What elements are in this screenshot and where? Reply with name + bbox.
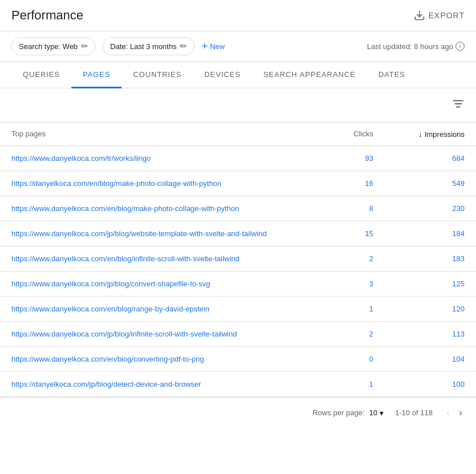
- rows-per-page: Rows per page: 10 ▾: [313, 408, 384, 418]
- table-row: https://danyelkoca.com/en/blog/make-phot…: [0, 171, 476, 196]
- pagination: Rows per page: 10 ▾ 1-10 of 118 ‹ ›: [0, 397, 476, 428]
- tab-queries[interactable]: QUERIES: [11, 62, 71, 88]
- table-row: https://www.danyelkoca.com/jp/blog/infin…: [0, 322, 476, 347]
- row-impressions: 184: [373, 229, 465, 238]
- col-header-clicks: Clicks: [305, 129, 373, 139]
- table-body: https://www.danyelkoca.com/tr/works/ling…: [0, 146, 476, 397]
- last-updated-text: Last updated: 8 hours ago: [367, 42, 453, 51]
- row-clicks: 8: [305, 204, 373, 213]
- rows-per-page-value: 10: [369, 408, 377, 417]
- table-row: https://www.danyelkoca.com/en/blog/conve…: [0, 347, 476, 372]
- row-impressions: 684: [373, 154, 465, 163]
- sort-down-icon: ↓: [418, 129, 422, 139]
- last-updated: Last updated: 8 hours ago i: [367, 42, 465, 51]
- export-button[interactable]: EXPORT: [414, 10, 465, 21]
- search-type-chip[interactable]: Search type: Web ✏: [11, 37, 96, 55]
- row-impressions: 100: [373, 380, 465, 388]
- row-clicks: 0: [305, 355, 373, 363]
- table-row: https://danyelkoca.com/jp/blog/detect-de…: [0, 372, 476, 397]
- rows-per-page-select[interactable]: 10 ▾: [369, 408, 384, 418]
- next-page-button[interactable]: ›: [457, 404, 465, 421]
- header: Performance EXPORT: [0, 0, 476, 31]
- page-nav: ‹ ›: [444, 404, 465, 421]
- export-label: EXPORT: [429, 11, 465, 20]
- row-clicks: 93: [305, 154, 373, 163]
- row-impressions: 104: [373, 355, 465, 363]
- row-url[interactable]: https://www.danyelkoca.com/jp/blog/websi…: [11, 229, 305, 238]
- page-title: Performance: [11, 8, 83, 23]
- table-row: https://www.danyelkoca.com/tr/works/ling…: [0, 146, 476, 171]
- filter-icon-button[interactable]: [452, 98, 465, 113]
- row-impressions: 183: [373, 254, 465, 263]
- row-clicks: 3: [305, 279, 373, 288]
- data-table: Top pages Clicks ↓ Impressions https://w…: [0, 123, 476, 397]
- row-clicks: 2: [305, 254, 373, 263]
- search-type-label: Search type: Web: [19, 42, 78, 51]
- row-impressions: 230: [373, 204, 465, 213]
- filter-bar: Search type: Web ✏ Date: Last 3 months ✏…: [0, 31, 476, 62]
- row-url[interactable]: https://www.danyelkoca.com/jp/blog/conve…: [11, 279, 305, 288]
- row-impressions: 113: [373, 330, 465, 338]
- download-icon: [414, 10, 425, 21]
- table-row: https://www.danyelkoca.com/en/blog/make-…: [0, 196, 476, 221]
- plus-icon: +: [201, 40, 208, 52]
- new-label: New: [210, 42, 225, 51]
- table-row: https://www.danyelkoca.com/jp/blog/conve…: [0, 272, 476, 297]
- row-clicks: 15: [305, 229, 373, 238]
- tab-search-appearance[interactable]: SEARCH APPEARANCE: [252, 62, 366, 88]
- chevron-down-icon: ▾: [380, 408, 384, 418]
- row-clicks: 16: [305, 179, 373, 188]
- row-impressions: 120: [373, 305, 465, 313]
- table-row: https://www.danyelkoca.com/en/blog/infin…: [0, 246, 476, 272]
- row-url[interactable]: https://www.danyelkoca.com/en/blog/range…: [11, 305, 305, 313]
- tab-pages[interactable]: PAGES: [71, 62, 122, 88]
- col-header-impressions-label: Impressions: [425, 130, 465, 139]
- row-clicks: 1: [305, 305, 373, 313]
- row-clicks: 2: [305, 330, 373, 338]
- tab-dates[interactable]: DATES: [367, 62, 417, 88]
- col-header-pages: Top pages: [11, 129, 305, 139]
- row-url[interactable]: https://danyelkoca.com/en/blog/make-phot…: [11, 179, 305, 188]
- row-clicks: 1: [305, 380, 373, 388]
- table-header: Top pages Clicks ↓ Impressions: [0, 123, 476, 146]
- col-header-impressions[interactable]: ↓ Impressions: [373, 129, 465, 139]
- row-url[interactable]: https://www.danyelkoca.com/en/blog/infin…: [11, 254, 305, 263]
- row-url[interactable]: https://www.danyelkoca.com/en/blog/conve…: [11, 355, 305, 363]
- rows-per-page-label: Rows per page:: [313, 408, 365, 417]
- filter-icon: [452, 98, 465, 110]
- table-row: https://www.danyelkoca.com/jp/blog/websi…: [0, 221, 476, 246]
- prev-page-button[interactable]: ‹: [444, 404, 452, 421]
- tab-devices[interactable]: DEVICES: [193, 62, 252, 88]
- tabs-bar: QUERIES PAGES COUNTRIES DEVICES SEARCH A…: [0, 62, 476, 88]
- table-row: https://www.danyelkoca.com/en/blog/range…: [0, 297, 476, 322]
- row-url[interactable]: https://www.danyelkoca.com/en/blog/make-…: [11, 204, 305, 213]
- row-url[interactable]: https://www.danyelkoca.com/tr/works/ling…: [11, 154, 305, 163]
- chart-area: [0, 88, 476, 123]
- tab-countries[interactable]: COUNTRIES: [122, 62, 193, 88]
- new-button[interactable]: + New: [201, 40, 225, 52]
- edit-icon: ✏: [180, 41, 187, 51]
- row-url[interactable]: https://danyelkoca.com/jp/blog/detect-de…: [11, 380, 305, 388]
- page-info: 1-10 of 118: [395, 408, 433, 417]
- edit-icon: ✏: [81, 41, 88, 51]
- row-impressions: 549: [373, 179, 465, 188]
- date-chip[interactable]: Date: Last 3 months ✏: [103, 37, 195, 55]
- info-icon[interactable]: i: [455, 42, 465, 51]
- row-impressions: 125: [373, 279, 465, 288]
- date-label: Date: Last 3 months: [110, 42, 176, 51]
- row-url[interactable]: https://www.danyelkoca.com/jp/blog/infin…: [11, 330, 305, 338]
